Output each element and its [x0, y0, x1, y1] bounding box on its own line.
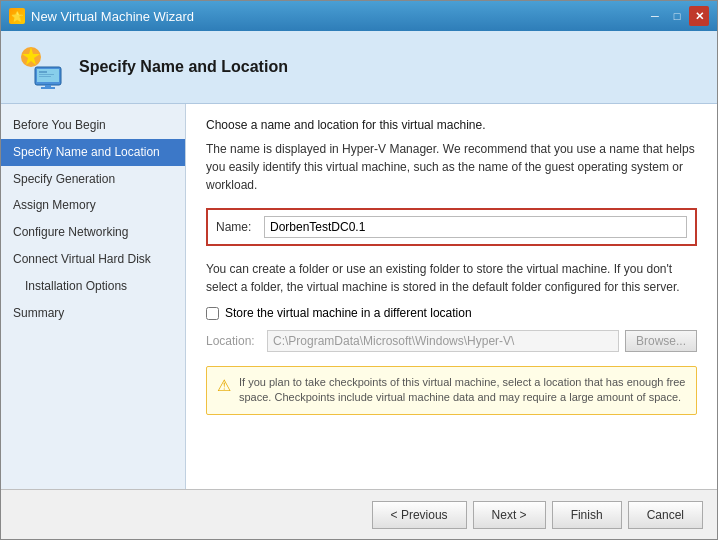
location-row: Location: Browse...	[206, 330, 697, 352]
title-bar: ⭐ New Virtual Machine Wizard ─ □ ✕	[1, 1, 717, 31]
sidebar-item-connect-vhd[interactable]: Connect Virtual Hard Disk	[1, 246, 185, 273]
sidebar-item-specify-name[interactable]: Specify Name and Location	[1, 139, 185, 166]
svg-rect-8	[39, 76, 51, 77]
sidebar-item-summary[interactable]: Summary	[1, 300, 185, 327]
svg-rect-3	[37, 69, 59, 82]
sidebar: Before You Begin Specify Name and Locati…	[1, 104, 186, 489]
warning-box: ⚠ If you plan to take checkpoints of thi…	[206, 366, 697, 415]
sidebar-item-assign-memory[interactable]: Assign Memory	[1, 192, 185, 219]
wizard-window: ⭐ New Virtual Machine Wizard ─ □ ✕	[0, 0, 718, 540]
close-button[interactable]: ✕	[689, 6, 709, 26]
cancel-button[interactable]: Cancel	[628, 501, 703, 529]
sidebar-item-configure-networking[interactable]: Configure Networking	[1, 219, 185, 246]
warning-text: If you plan to take checkpoints of this …	[239, 375, 686, 406]
svg-rect-6	[39, 71, 47, 73]
store-different-location-row: Store the virtual machine in a different…	[206, 306, 697, 320]
window-title: New Virtual Machine Wizard	[31, 9, 194, 24]
intro-text: Choose a name and location for this virt…	[206, 118, 697, 132]
location-label: Location:	[206, 334, 261, 348]
header-icon	[17, 43, 65, 91]
minimize-button[interactable]: ─	[645, 6, 665, 26]
location-section-text: You can create a folder or use an existi…	[206, 260, 697, 296]
content-area: Choose a name and location for this virt…	[186, 104, 717, 489]
main-content: Before You Begin Specify Name and Locati…	[1, 104, 717, 489]
header-band: Specify Name and Location	[1, 31, 717, 104]
description-text: The name is displayed in Hyper-V Manager…	[206, 140, 697, 194]
sidebar-item-before-you-begin[interactable]: Before You Begin	[1, 112, 185, 139]
svg-rect-7	[39, 74, 54, 75]
sidebar-item-specify-generation[interactable]: Specify Generation	[1, 166, 185, 193]
browse-button: Browse...	[625, 330, 697, 352]
title-controls: ─ □ ✕	[645, 6, 709, 26]
sidebar-item-installation-options[interactable]: Installation Options	[1, 273, 185, 300]
name-label: Name:	[216, 220, 256, 234]
previous-button[interactable]: < Previous	[372, 501, 467, 529]
footer: < Previous Next > Finish Cancel	[1, 489, 717, 539]
warning-icon: ⚠	[217, 376, 231, 406]
maximize-button[interactable]: □	[667, 6, 687, 26]
app-icon: ⭐	[9, 8, 25, 24]
checkbox-label: Store the virtual machine in a different…	[225, 306, 472, 320]
next-button[interactable]: Next >	[473, 501, 546, 529]
name-row: Name:	[206, 208, 697, 246]
title-bar-left: ⭐ New Virtual Machine Wizard	[9, 8, 194, 24]
page-title: Specify Name and Location	[79, 58, 288, 76]
name-input[interactable]	[264, 216, 687, 238]
svg-rect-5	[41, 87, 55, 89]
location-input	[267, 330, 619, 352]
finish-button[interactable]: Finish	[552, 501, 622, 529]
store-different-location-checkbox[interactable]	[206, 307, 219, 320]
